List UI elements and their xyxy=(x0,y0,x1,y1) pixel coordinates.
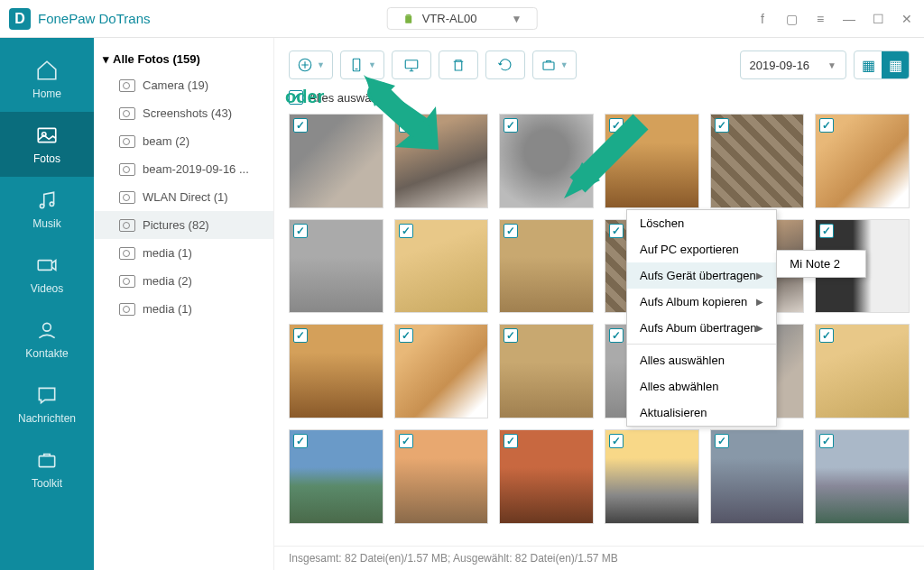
photo-thumb[interactable]: ✓ xyxy=(499,324,594,418)
ctx-to-album[interactable]: Aufs Album kopieren▶ xyxy=(627,289,776,315)
chevron-down-icon: ▼ xyxy=(511,13,522,25)
checkbox-checked-icon: ✓ xyxy=(504,328,518,343)
photo-thumb[interactable]: ✓ xyxy=(289,114,383,208)
photo-thumb[interactable]: ✓ xyxy=(815,114,910,208)
checkbox-checked-icon: ✓ xyxy=(293,328,308,343)
checkbox-checked-icon: ✓ xyxy=(609,224,624,238)
select-all-label: Alles auswählen xyxy=(309,91,393,105)
triangle-down-icon: ▾ xyxy=(103,52,109,66)
checkbox-checked-icon: ✓ xyxy=(293,224,308,238)
photo-thumb[interactable]: ✓ xyxy=(815,324,910,418)
grid-small-view[interactable]: ▦ xyxy=(882,51,909,78)
photo-thumb[interactable]: ✓ xyxy=(394,114,489,208)
folder-beam[interactable]: beam (2) xyxy=(94,127,273,155)
photo-thumb[interactable]: ✓ xyxy=(289,324,383,418)
checkbox-checked-icon: ✓ xyxy=(289,90,303,105)
grid-large-view[interactable]: ▦ xyxy=(855,51,882,78)
nav-toolkit-label: Toolkit xyxy=(32,477,62,490)
select-all-checkbox[interactable]: ✓ Alles auswählen xyxy=(274,87,924,114)
checkbox-checked-icon: ✓ xyxy=(399,224,413,238)
chevron-down-icon: ▼ xyxy=(827,60,836,70)
folder-icon xyxy=(119,191,135,204)
separator xyxy=(627,344,776,345)
photo-grid: ✓ ✓ ✓ ✓ ✓ ✓ ✓ ✓ ✓ ✓ ✓ ✓ ✓ ✓ ✓ ✓ ✓ ✓ ✓ ✓ … xyxy=(274,114,924,546)
folder-media-1[interactable]: media (1) xyxy=(94,239,273,267)
photo-thumb[interactable]: ✓ xyxy=(289,429,383,524)
nav-musik[interactable]: Musik xyxy=(0,177,94,242)
feedback-icon[interactable]: ▢ xyxy=(783,12,799,26)
svg-point-5 xyxy=(40,204,43,207)
photo-thumb[interactable]: ✓ xyxy=(499,219,594,314)
photo-thumb[interactable]: ✓ xyxy=(605,429,699,524)
ctx-sub-device[interactable]: Mi Note 2 xyxy=(777,251,865,277)
photo-thumb[interactable]: ✓ xyxy=(394,429,489,524)
ctx-export-pc[interactable]: Auf PC exportieren xyxy=(627,236,776,262)
folder-icon xyxy=(119,79,135,92)
nav-fotos[interactable]: Fotos xyxy=(0,112,94,177)
refresh-button[interactable] xyxy=(485,51,525,79)
photo-thumb[interactable]: ✓ xyxy=(394,219,489,314)
photo-thumb[interactable]: ✓ xyxy=(815,429,910,524)
ctx-to-album-move[interactable]: Aufs Abum übertragen▶ xyxy=(627,315,776,341)
nav-nachrichten[interactable]: Nachrichten xyxy=(0,372,94,437)
svg-rect-9 xyxy=(39,456,54,467)
music-icon xyxy=(35,188,59,212)
folder-beam-date[interactable]: beam-2019-09-16 ... xyxy=(94,155,273,183)
export-pc-button[interactable] xyxy=(392,51,431,79)
ctx-select-all[interactable]: Alles auswählen xyxy=(627,347,776,373)
photo-thumb[interactable]: ✓ xyxy=(394,324,489,418)
status-bar: Insgesamt: 82 Datei(en)/1.57 MB; Ausgewä… xyxy=(274,546,924,570)
photo-thumb[interactable]: ✓ xyxy=(499,114,594,208)
folder-icon xyxy=(119,163,135,176)
maximize-button[interactable]: ☐ xyxy=(870,12,886,26)
facebook-icon[interactable]: f xyxy=(754,12,771,26)
folder-label: beam-2019-09-16 ... xyxy=(143,162,249,176)
chevron-down-icon: ▼ xyxy=(368,60,376,69)
album-button[interactable]: ▼ xyxy=(532,51,577,79)
menu-icon[interactable]: ≡ xyxy=(812,12,828,26)
checkbox-checked-icon: ✓ xyxy=(399,118,413,133)
photo-thumb[interactable]: ✓ xyxy=(710,429,805,524)
android-icon xyxy=(402,13,415,25)
checkbox-checked-icon: ✓ xyxy=(504,118,518,133)
folder-label: WLAN Direct (1) xyxy=(143,190,228,204)
folder-camera[interactable]: Camera (19) xyxy=(94,71,273,99)
folder-wlan-direct[interactable]: WLAN Direct (1) xyxy=(94,183,273,211)
left-nav: Home Fotos Musik Videos Kontakte Nachric… xyxy=(0,38,94,570)
close-button[interactable]: ✕ xyxy=(899,12,915,26)
photo-thumb[interactable]: ✓ xyxy=(710,114,805,208)
folder-icon xyxy=(119,275,135,288)
folder-media-2[interactable]: media (2) xyxy=(94,267,273,295)
delete-button[interactable] xyxy=(439,51,478,79)
nav-kontakte[interactable]: Kontakte xyxy=(0,307,94,372)
nav-home[interactable]: Home xyxy=(0,47,94,112)
date-value: 2019-09-16 xyxy=(750,59,810,72)
device-selector[interactable]: VTR-AL00 ▼ xyxy=(387,7,538,30)
folder-label: Pictures (82) xyxy=(143,218,209,232)
minimize-button[interactable]: — xyxy=(841,12,857,26)
ctx-delete[interactable]: Löschen xyxy=(627,210,776,236)
photo-thumb[interactable]: ✓ xyxy=(499,429,594,524)
folder-label: Screenshots (43) xyxy=(143,106,232,120)
photo-thumb[interactable]: ✓ xyxy=(605,114,699,208)
nav-toolkit[interactable]: Toolkit xyxy=(0,437,94,501)
ctx-refresh[interactable]: Aktualisieren xyxy=(627,400,776,426)
folder-media-3[interactable]: media (1) xyxy=(94,295,273,323)
add-button[interactable]: ▼ xyxy=(289,51,333,79)
folder-screenshots[interactable]: Screenshots (43) xyxy=(94,99,273,127)
export-device-button[interactable]: ▼ xyxy=(340,51,384,79)
ctx-deselect-all[interactable]: Alles abwählen xyxy=(627,373,776,400)
folder-root[interactable]: ▾ Alle Fotos (159) xyxy=(94,47,273,71)
ctx-to-device[interactable]: Aufs Gerät übertragen▶ xyxy=(627,262,776,289)
nav-videos-label: Videos xyxy=(31,282,63,295)
svg-point-6 xyxy=(50,202,53,206)
checkbox-checked-icon: ✓ xyxy=(609,434,624,448)
photo-thumb[interactable]: ✓ xyxy=(289,219,383,314)
date-filter[interactable]: 2019-09-16▼ xyxy=(740,51,846,79)
status-text: Insgesamt: 82 Datei(en)/1.57 MB; Ausgewä… xyxy=(289,552,618,565)
svg-rect-13 xyxy=(543,62,554,69)
checkbox-checked-icon: ✓ xyxy=(819,224,834,238)
nav-videos[interactable]: Videos xyxy=(0,242,94,307)
svg-rect-0 xyxy=(405,15,411,23)
folder-pictures[interactable]: Pictures (82) xyxy=(94,211,273,239)
